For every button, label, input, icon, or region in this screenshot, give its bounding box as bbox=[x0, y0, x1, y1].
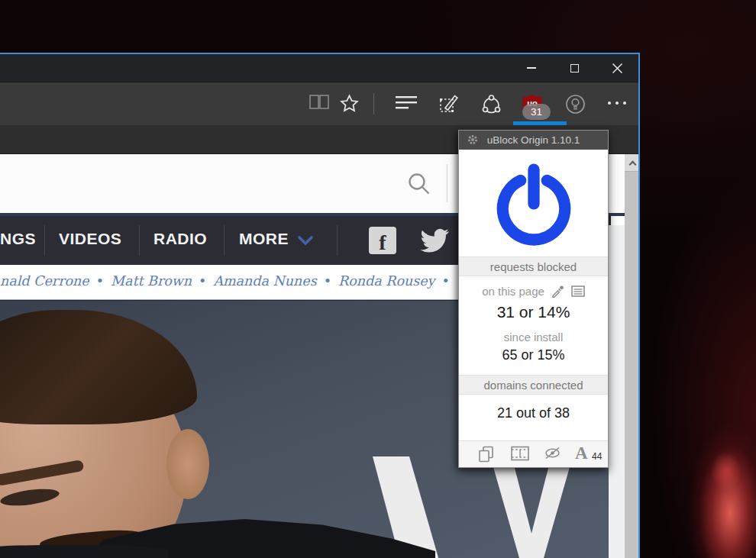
ublock-popup-toolbar: A 44 bbox=[459, 440, 608, 467]
nav-divider bbox=[44, 225, 45, 256]
page-right-gutter bbox=[609, 225, 625, 558]
ublock-version-title: uBlock Origin 1.10.1 bbox=[459, 131, 608, 150]
search-icon[interactable] bbox=[407, 172, 431, 196]
bullet-separator: • bbox=[435, 273, 456, 289]
domains-connected-header: domains connected bbox=[459, 375, 608, 395]
cosmetic-filtering-icon[interactable] bbox=[544, 446, 561, 460]
on-this-page-row: on this page bbox=[459, 285, 608, 298]
link-donald-cerrone[interactable]: nald Cerrone bbox=[0, 273, 89, 289]
block-fonts-icon[interactable]: A bbox=[575, 443, 588, 463]
hub-button[interactable] bbox=[394, 88, 418, 121]
web-note-button[interactable] bbox=[437, 88, 461, 121]
toolbar-divider bbox=[373, 93, 374, 115]
install-blocked-stat: 65 or 15% bbox=[459, 347, 608, 363]
vertical-scrollbar[interactable] bbox=[625, 154, 640, 558]
browser-toolbar: uo 31 bbox=[0, 82, 638, 125]
ublock-badge-count: 31 bbox=[522, 104, 551, 120]
share-icon bbox=[481, 94, 502, 115]
titlebar bbox=[0, 54, 638, 82]
link-amanda-nunes[interactable]: Amanda Nunes bbox=[213, 273, 316, 289]
fighter-jacket bbox=[0, 545, 168, 558]
maximize-button[interactable] bbox=[553, 54, 596, 82]
nav-divider bbox=[337, 225, 338, 256]
nav-item-radio[interactable]: RADIO bbox=[153, 230, 207, 248]
element-picker-icon[interactable] bbox=[551, 285, 564, 298]
ellipsis-icon bbox=[608, 102, 626, 105]
favorites-button[interactable] bbox=[337, 88, 361, 121]
power-button[interactable] bbox=[495, 163, 573, 249]
backdrop-letter bbox=[490, 456, 573, 558]
bullet-separator: • bbox=[317, 273, 338, 289]
gear-icon[interactable] bbox=[467, 134, 479, 146]
page-blocked-stat: 31 or 14% bbox=[459, 303, 608, 321]
request-log-icon[interactable] bbox=[571, 285, 585, 297]
lightbulb-icon bbox=[565, 94, 586, 115]
minimize-icon bbox=[527, 67, 536, 69]
fighter-ear bbox=[166, 429, 209, 499]
nav-divider bbox=[139, 225, 140, 256]
browser-window: uo 31 NGS VI bbox=[0, 53, 640, 558]
ublock-popup: uBlock Origin 1.10.1 requests blocked on… bbox=[458, 130, 609, 468]
search-divider bbox=[447, 164, 447, 202]
bullet-separator: • bbox=[89, 273, 111, 289]
share-button[interactable] bbox=[479, 88, 503, 121]
nav-item-rankings[interactable]: NGS bbox=[0, 230, 36, 248]
font-count: 44 bbox=[592, 451, 602, 462]
nav-divider bbox=[224, 225, 225, 256]
maximize-icon bbox=[570, 64, 579, 73]
lightbulb-extension-button[interactable] bbox=[563, 88, 587, 121]
reading-view-button[interactable] bbox=[307, 88, 331, 121]
link-ronda-rousey[interactable]: Ronda Rousey bbox=[338, 273, 435, 289]
fighter-hair bbox=[0, 310, 197, 424]
minimize-button[interactable] bbox=[510, 54, 553, 82]
twitter-icon[interactable] bbox=[419, 228, 450, 253]
requests-blocked-header: requests blocked bbox=[459, 256, 608, 276]
book-icon bbox=[309, 94, 329, 111]
domains-connected-stat: 21 out of 38 bbox=[459, 405, 608, 421]
nav-item-more[interactable]: MORE bbox=[239, 230, 289, 248]
web-note-icon bbox=[439, 94, 459, 114]
scrollbar-thumb[interactable] bbox=[625, 171, 640, 558]
block-media-icon[interactable] bbox=[511, 446, 529, 461]
chevron-up-icon bbox=[628, 160, 636, 168]
star-icon bbox=[339, 94, 360, 114]
hub-lines-icon bbox=[396, 94, 417, 111]
chevron-down-icon bbox=[298, 236, 313, 245]
close-button[interactable] bbox=[596, 54, 638, 82]
link-matt-brown[interactable]: Matt Brown bbox=[111, 273, 192, 289]
bullet-separator: • bbox=[192, 273, 213, 289]
power-section bbox=[459, 150, 608, 256]
block-popups-icon[interactable] bbox=[478, 446, 494, 463]
more-actions-button[interactable] bbox=[605, 88, 629, 121]
since-install-label: since install bbox=[459, 331, 608, 344]
scroll-up-button[interactable] bbox=[625, 154, 640, 171]
close-icon bbox=[612, 63, 623, 74]
ublock-popup-header: uBlock Origin 1.10.1 bbox=[459, 131, 608, 150]
facebook-icon[interactable]: f bbox=[369, 227, 396, 254]
nav-item-videos[interactable]: VIDEOS bbox=[59, 230, 121, 248]
on-this-page-label: on this page bbox=[482, 285, 544, 298]
